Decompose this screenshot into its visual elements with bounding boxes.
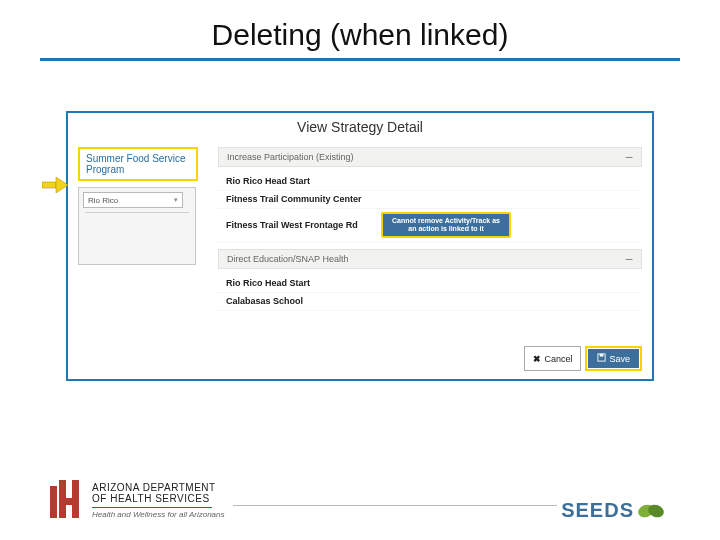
- adhs-tagline: Health and Wellness for all Arizonans: [92, 510, 225, 519]
- svg-marker-1: [56, 177, 68, 193]
- row-label: Rio Rico Head Start: [226, 176, 310, 186]
- sidebar-selector[interactable]: Rio Rico ▾: [78, 187, 196, 265]
- collapse-icon[interactable]: −: [625, 255, 633, 264]
- cancel-button[interactable]: ✖ Cancel: [524, 346, 581, 371]
- strategy-detail-panel: View Strategy Detail Summer Food Service…: [66, 111, 654, 381]
- list-item: Rio Rico Head Start: [218, 173, 642, 191]
- save-icon: [597, 353, 606, 364]
- list-item: Rio Rico Head Start: [218, 275, 642, 293]
- section-label: Direct Education/SNAP Health: [227, 254, 348, 264]
- svg-rect-4: [50, 486, 57, 518]
- collapse-icon[interactable]: −: [625, 153, 633, 162]
- close-icon: ✖: [533, 354, 541, 364]
- program-header: Summer Food Service Program: [78, 147, 198, 181]
- row-label: Fitness Trail Community Center: [226, 194, 362, 204]
- footer-buttons: ✖ Cancel Save: [524, 346, 642, 371]
- seeds-text: SEEDS: [561, 499, 634, 522]
- section-header[interactable]: Increase Participation (Existing) −: [218, 147, 642, 167]
- main-area: Increase Participation (Existing) − Rio …: [218, 147, 642, 345]
- seeds-logo: SEEDS: [557, 499, 670, 522]
- cancel-label: Cancel: [544, 354, 572, 364]
- list-item: Fitness Trail Community Center: [218, 191, 642, 209]
- panel-title: View Strategy Detail: [68, 113, 652, 145]
- adhs-rule: [92, 507, 212, 508]
- svg-rect-3: [600, 354, 604, 357]
- save-button[interactable]: Save: [588, 349, 639, 368]
- slide-title: Deleting (when linked): [0, 0, 720, 58]
- svg-rect-0: [42, 182, 56, 188]
- slide-footer: ARIZONA DEPARTMENT OF HEALTH SERVICES He…: [0, 460, 720, 540]
- link-warning-tooltip: Cannot remove Activity/Track as an actio…: [381, 212, 511, 238]
- adhs-logo: ARIZONA DEPARTMENT OF HEALTH SERVICES He…: [50, 480, 233, 522]
- adhs-mark-icon: [50, 480, 84, 522]
- leaf-icon: [636, 501, 666, 521]
- section-header[interactable]: Direct Education/SNAP Health −: [218, 249, 642, 269]
- section-label: Increase Participation (Existing): [227, 152, 354, 162]
- svg-rect-7: [72, 480, 79, 518]
- sidebar: Summer Food Service Program Rio Rico ▾: [78, 147, 198, 265]
- row-label: Calabasas School: [226, 296, 303, 306]
- list-item: Calabasas School: [218, 293, 642, 311]
- adhs-line1: ARIZONA DEPARTMENT: [92, 483, 225, 494]
- title-rule: [40, 58, 680, 61]
- list-item: Fitness Trail West Frontage Rd Cannot re…: [218, 209, 642, 243]
- search-value: Rio Rico: [88, 196, 118, 205]
- save-highlight: Save: [585, 346, 642, 371]
- arrow-icon: [42, 177, 68, 195]
- save-label: Save: [609, 354, 630, 364]
- search-input[interactable]: Rio Rico ▾: [83, 192, 183, 208]
- adhs-line2: OF HEALTH SERVICES: [92, 494, 225, 505]
- row-label: Rio Rico Head Start: [226, 278, 310, 288]
- chevron-down-icon: ▾: [174, 196, 178, 204]
- row-label: Fitness Trail West Frontage Rd: [226, 220, 371, 230]
- divider: [85, 212, 189, 213]
